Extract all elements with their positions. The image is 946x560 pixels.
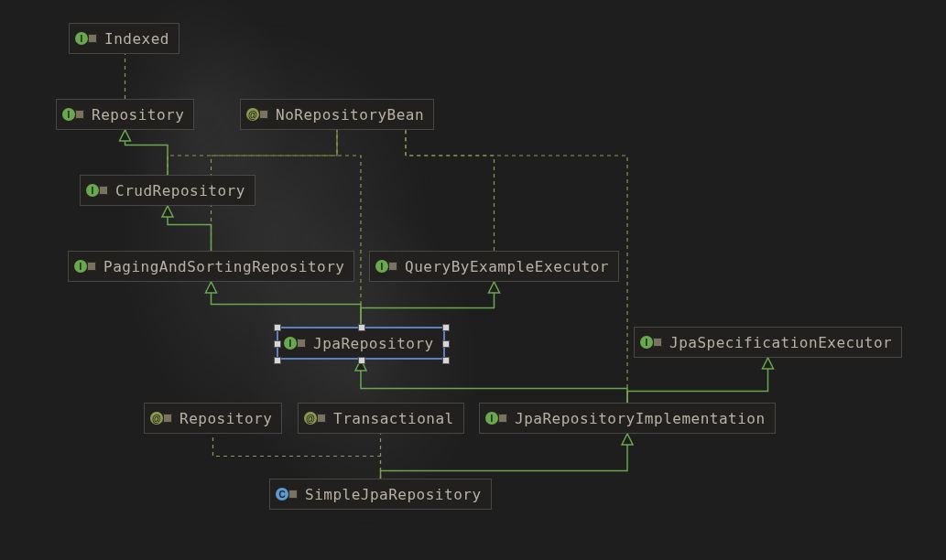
- inherit-edge: [212, 282, 362, 327]
- library-icon: [88, 34, 97, 43]
- library-icon: [87, 262, 96, 271]
- annotation-edge: [337, 130, 361, 327]
- inherit-edge: [627, 358, 768, 403]
- annotation-edge: [168, 130, 337, 175]
- class-icon: C: [276, 486, 299, 502]
- inherit-edge: [168, 206, 212, 251]
- node-label: SimpleJpaRepository: [305, 486, 482, 503]
- selection-handle[interactable]: [442, 357, 450, 364]
- interface-icon: I: [375, 258, 399, 275]
- node-label: JpaRepositoryImplementation: [515, 410, 766, 427]
- annotation-edge: [406, 130, 495, 251]
- node-jpaSpecExec[interactable]: IJpaSpecificationExecutor: [634, 327, 902, 358]
- node-noRepoBean[interactable]: @NoRepositoryBean: [240, 99, 434, 130]
- node-label: PagingAndSortingRepository: [103, 258, 344, 275]
- interface-icon: I: [62, 106, 86, 123]
- inherit-edge: [125, 130, 169, 175]
- node-label: Repository: [179, 410, 272, 427]
- node-label: QueryByExampleExecutor: [405, 258, 609, 275]
- annotation-icon: @: [304, 410, 328, 426]
- node-repositoryAnno[interactable]: @Repository: [144, 403, 282, 434]
- annotation-icon: @: [246, 106, 270, 123]
- node-label: NoRepositoryBean: [276, 106, 424, 124]
- node-simpleJpaRepo[interactable]: CSimpleJpaRepository: [269, 479, 492, 510]
- node-label: Repository: [92, 106, 184, 124]
- inherit-edge: [361, 282, 495, 327]
- interface-icon: I: [86, 182, 110, 199]
- node-crud[interactable]: ICrudRepository: [80, 175, 256, 206]
- node-transactional[interactable]: @Transactional: [298, 403, 464, 434]
- node-jpaRepo[interactable]: IJpaRepository: [277, 327, 445, 360]
- inherit-edge: [361, 360, 627, 403]
- annotation-edge: [213, 434, 381, 479]
- library-icon: [99, 186, 108, 195]
- library-icon: [498, 414, 507, 423]
- library-icon: [163, 414, 172, 423]
- interface-icon: I: [640, 334, 664, 350]
- library-icon: [297, 339, 306, 348]
- library-icon: [75, 110, 84, 119]
- node-label: JpaSpecificationExecutor: [669, 334, 892, 351]
- selection-handle[interactable]: [442, 324, 450, 331]
- library-icon: [317, 414, 326, 423]
- selection-handle[interactable]: [274, 324, 281, 331]
- selection-handle[interactable]: [358, 324, 365, 331]
- node-indexed[interactable]: IIndexed: [69, 23, 179, 54]
- library-icon: [259, 110, 268, 119]
- node-jpaRepoImpl[interactable]: IJpaRepositoryImplementation: [479, 403, 776, 434]
- node-paging[interactable]: IPagingAndSortingRepository: [68, 251, 354, 282]
- selection-handle[interactable]: [274, 340, 281, 348]
- node-label: CrudRepository: [115, 182, 245, 199]
- node-label: JpaRepository: [313, 335, 434, 352]
- annotation-icon: @: [150, 410, 174, 426]
- library-icon: [653, 338, 662, 347]
- selection-handle[interactable]: [442, 340, 450, 348]
- library-icon: [388, 262, 397, 271]
- interface-icon: I: [485, 410, 509, 426]
- interface-icon: I: [75, 30, 99, 47]
- selection-handle[interactable]: [358, 357, 365, 364]
- selection-handle[interactable]: [274, 357, 281, 364]
- node-label: Transactional: [333, 410, 454, 427]
- interface-icon: I: [284, 335, 308, 351]
- node-repository1[interactable]: IRepository: [56, 99, 194, 130]
- interface-icon: I: [74, 258, 98, 275]
- library-icon: [288, 490, 298, 499]
- node-qbe[interactable]: IQueryByExampleExecutor: [369, 251, 619, 282]
- node-label: Indexed: [104, 30, 169, 48]
- inherit-edge: [381, 434, 628, 479]
